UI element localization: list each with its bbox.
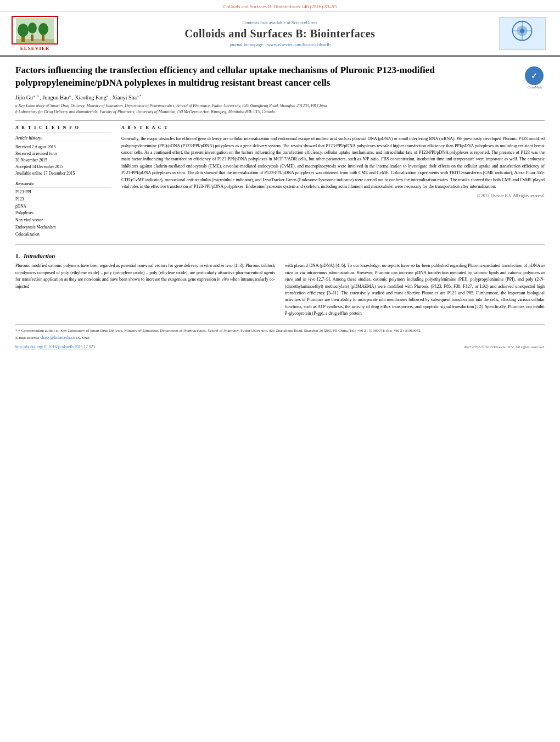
crossmark-icon: ✓: [525, 66, 544, 85]
right-logo-area: [499, 17, 551, 50]
keyword-7: Colocalization: [15, 231, 111, 238]
svg-point-2: [18, 24, 29, 37]
crossmark-logo: ✓ CrossMark: [525, 66, 545, 86]
svg-rect-7: [16, 39, 54, 43]
elsevier-text: ELSEVIER: [20, 46, 50, 51]
intro-col-1: Pluronic modified cationic polymers have…: [15, 263, 275, 317]
author2: , Junguo Hao: [40, 94, 69, 101]
email-label: E-mail address:: [15, 336, 40, 340]
section-title: 1. Introduction: [15, 253, 545, 259]
article-info-abstract: A R T I C L E I N F O Article history: R…: [15, 125, 545, 238]
page: Colloids and Surfaces B: Biointerfaces 1…: [0, 0, 560, 742]
keyword-4: Polyplexes: [15, 210, 111, 217]
article-info-header: A R T I C L E I N F O: [15, 125, 111, 132]
divider-2: [15, 244, 545, 245]
author3: , Xiaoling Fang: [72, 94, 107, 101]
svg-point-4: [38, 23, 48, 35]
author3-sup: a: [107, 94, 108, 98]
intro-paragraph-1: Pluronic modified cationic polymers have…: [15, 263, 275, 290]
keywords-list: P123-PPI P123 pDNA Polyplexes Non-viral …: [15, 189, 111, 238]
footer-copyright: 0927-7765/© 2015 Elsevier B.V. All right…: [464, 345, 545, 349]
keyword-1: P123-PPI: [15, 189, 111, 196]
received-revised-label: Received in revised form: [15, 150, 111, 157]
article-title: Factors influencing the transfection eff…: [15, 64, 519, 90]
revised-date: 30 November 2015: [15, 157, 111, 164]
journal-cover-image: [499, 17, 546, 50]
footnote-corresponding: * * Corresponding author at: Key Laborat…: [15, 328, 545, 334]
intro-col-2: with plasmid DNA (pDNA) [4–6]. To our kn…: [285, 263, 545, 317]
footer-bottom: http://dx.doi.org/10.1016/j.colsurfb.201…: [15, 344, 545, 349]
keyword-2: P123: [15, 196, 111, 203]
journal-header: ELSEVIER Contents lists available at Sci…: [0, 12, 560, 57]
article-area: Factors influencing the transfection eff…: [0, 57, 560, 355]
homepage-text: journal homepage:: [229, 42, 265, 47]
elsevier-logo-box: [12, 16, 58, 44]
abstract-column: A B S T R A C T Generally, the major obs…: [121, 125, 545, 238]
title-section: Factors influencing the transfection eff…: [15, 64, 545, 90]
history-label: Article history:: [15, 136, 111, 142]
abstract-header: A B S T R A C T: [121, 125, 545, 132]
author2-sup: a: [69, 94, 71, 98]
introduction-columns: Pluronic modified cationic polymers have…: [15, 263, 545, 317]
homepage-url[interactable]: www.elsevier.com/locate/colsurfb: [267, 42, 331, 47]
abstract-copyright: © 2015 Elsevier B.V. All rights reserved…: [121, 193, 545, 198]
svg-point-3: [28, 23, 37, 34]
section-number: 1.: [15, 253, 20, 259]
author4-sup: a,*: [137, 94, 141, 98]
keyword-5: Non-viral vector: [15, 217, 111, 224]
elsevier-tree-icon: [16, 18, 54, 43]
email-link[interactable]: shaxy@fudan.edu.cn: [41, 335, 75, 340]
author4: , Xianyi Sha: [109, 94, 137, 101]
contents-line: Contents lists available at ScienceDirec…: [66, 20, 494, 25]
section-label: Introduction: [24, 253, 55, 259]
affiliation-a: a Key Laboratory of Smart Drug Delivery,…: [15, 103, 545, 109]
article-info-column: A R T I C L E I N F O Article history: R…: [15, 125, 111, 238]
article-footer: * * Corresponding author at: Key Laborat…: [15, 324, 545, 349]
journal-reference: Colloids and Surfaces B: Biointerfaces 1…: [223, 4, 337, 9]
sciencedirect-link[interactable]: ScienceDirect: [292, 20, 318, 25]
journal-reference-bar: Colloids and Surfaces B: Biointerfaces 1…: [0, 0, 560, 12]
email-person: (X. Sha).: [76, 336, 89, 340]
footnote-email-line: E-mail address: shaxy@fudan.edu.cn (X. S…: [15, 334, 545, 341]
divider-1: [15, 120, 545, 121]
keyword-3: pDNA: [15, 203, 111, 210]
article-history-group: Article history: Received 2 August 2015 …: [15, 136, 111, 177]
affiliations: a Key Laboratory of Smart Drug Delivery,…: [15, 103, 545, 115]
footnote-corresponding-text: * Corresponding author at: Key Laborator…: [18, 328, 421, 333]
journal-center-info: Contents lists available at ScienceDirec…: [66, 20, 494, 47]
author1: Jijin Gu: [15, 94, 33, 101]
author1-sup: a, b: [33, 94, 38, 98]
crossmark-label: CrossMark: [525, 86, 545, 89]
doi-link[interactable]: http://dx.doi.org/10.1016/j.colsurfb.201…: [15, 344, 95, 349]
introduction-section: 1. Introduction Pluronic modified cation…: [15, 253, 545, 317]
accepted-date: Accepted 14 December 2015: [15, 164, 111, 170]
journal-cover-svg: [499, 18, 546, 49]
elsevier-logo-area: ELSEVIER: [9, 16, 61, 51]
received-date: Received 2 August 2015: [15, 144, 111, 150]
intro-paragraph-2: with plasmid DNA (pDNA) [4–6]. To our kn…: [285, 263, 545, 317]
journal-title: Colloids and Surfaces B: Biointerfaces: [66, 27, 494, 40]
keyword-6: Endocytosis Mechanism: [15, 224, 111, 231]
affiliation-b: b Laboratory for Drug Delivery and Bioma…: [15, 109, 545, 115]
homepage-line: journal homepage: www.elsevier.com/locat…: [66, 42, 494, 47]
contents-text: Contents lists available at: [243, 20, 290, 25]
keywords-label: Keywords:: [15, 181, 111, 188]
abstract-text: Generally, the major obstacles for effic…: [121, 136, 545, 190]
available-date: Available online 17 December 2015: [15, 170, 111, 177]
authors-line: Jijin Gua, b , Junguo Haoa , Xiaoling Fa…: [15, 94, 545, 101]
keywords-group: Keywords: P123-PPI P123 pDNA Polyplexes …: [15, 181, 111, 238]
